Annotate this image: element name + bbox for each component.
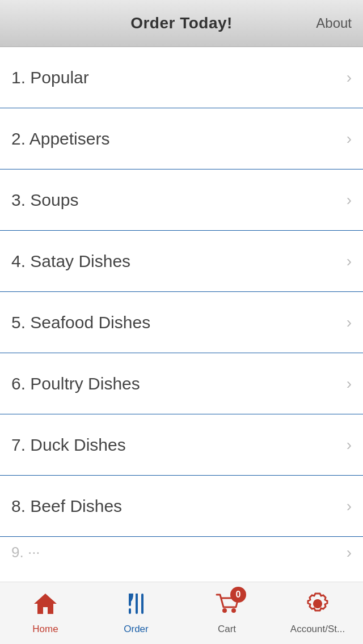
menu-item-label: 6. Poultry Dishes <box>11 374 140 393</box>
cart-badge: 0 <box>230 587 246 603</box>
svg-rect-2 <box>129 608 131 614</box>
chevron-right-icon: › <box>347 313 352 332</box>
menu-item-label: 5. Seafood Dishes <box>11 313 150 332</box>
menu-list: 1. Popular › 2. Appetisers › 3. Soups › … <box>0 47 363 568</box>
menu-item-4[interactable]: 4. Satay Dishes › <box>0 231 363 292</box>
app-header: Order Today! About <box>0 0 363 47</box>
order-icon <box>124 591 149 621</box>
nav-order-label: Order <box>124 624 148 635</box>
menu-item-label: 9. ··· <box>11 544 40 561</box>
chevron-right-icon: › <box>347 436 352 454</box>
about-button[interactable]: About <box>316 15 352 31</box>
menu-item-label: 2. Appetisers <box>11 129 109 149</box>
menu-item-2[interactable]: 2. Appetisers › <box>0 108 363 170</box>
menu-item-partial[interactable]: 9. ··· › <box>0 537 363 568</box>
chevron-right-icon: › <box>347 375 352 393</box>
menu-item-label: 7. Duck Dishes <box>11 435 126 455</box>
nav-cart-label: Cart <box>218 624 236 635</box>
menu-item-1[interactable]: 1. Popular › <box>0 47 363 108</box>
nav-account-label: Account/St... <box>290 624 345 635</box>
svg-point-6 <box>231 608 236 613</box>
cart-icon: 0 <box>214 591 239 621</box>
chevron-right-icon: › <box>347 191 352 209</box>
menu-item-5[interactable]: 5. Seafood Dishes › <box>0 292 363 353</box>
page-title: Order Today! <box>130 14 233 32</box>
bottom-nav: Home Order 0 <box>0 582 363 644</box>
gear-icon <box>305 591 330 621</box>
menu-item-3[interactable]: 3. Soups › <box>0 170 363 231</box>
nav-home-label: Home <box>32 624 58 635</box>
chevron-right-icon: › <box>347 497 352 515</box>
menu-item-label: 1. Popular <box>11 68 89 87</box>
svg-marker-0 <box>34 594 57 614</box>
menu-item-label: 3. Soups <box>11 190 78 210</box>
nav-account[interactable]: Account/St... <box>272 591 363 635</box>
menu-item-label: 4. Satay Dishes <box>11 252 130 271</box>
nav-order[interactable]: Order <box>91 591 182 635</box>
svg-point-5 <box>222 608 227 613</box>
nav-cart[interactable]: 0 Cart <box>182 591 272 635</box>
svg-rect-4 <box>141 594 143 614</box>
menu-item-7[interactable]: 7. Duck Dishes › <box>0 414 363 476</box>
chevron-right-icon: › <box>347 130 352 148</box>
nav-home[interactable]: Home <box>0 591 91 635</box>
menu-item-6[interactable]: 6. Poultry Dishes › <box>0 353 363 414</box>
home-icon <box>33 591 58 621</box>
chevron-right-icon: › <box>347 69 352 87</box>
chevron-right-icon: › <box>347 544 352 562</box>
menu-item-label: 8. Beef Dishes <box>11 497 122 516</box>
menu-item-8[interactable]: 8. Beef Dishes › <box>0 476 363 537</box>
chevron-right-icon: › <box>347 252 352 270</box>
